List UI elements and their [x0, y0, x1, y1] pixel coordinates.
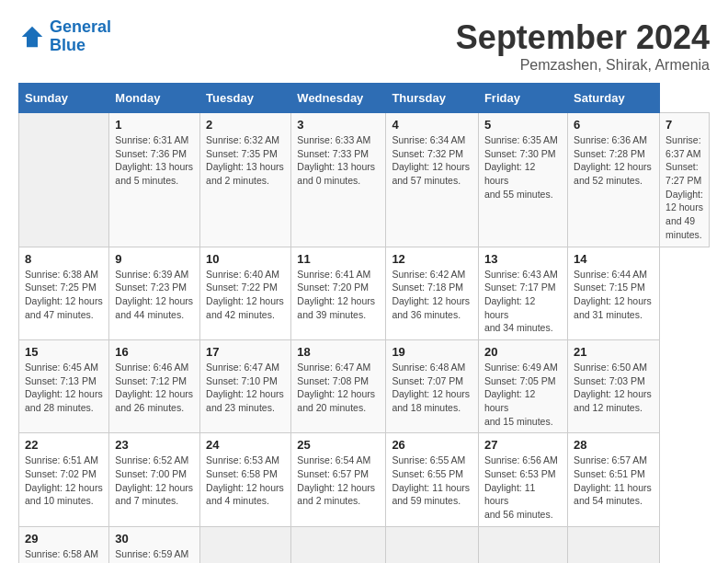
day-number: 19 [392, 345, 472, 359]
calendar-day-cell: 17Sunrise: 6:47 AM Sunset: 7:10 PM Dayli… [200, 339, 291, 432]
empty-cell [291, 526, 386, 563]
day-number: 30 [115, 532, 194, 546]
weekday-header-thursday: Thursday [386, 84, 479, 113]
day-info: Sunrise: 6:46 AM Sunset: 7:12 PM Dayligh… [115, 361, 194, 415]
logo-line1: General [50, 17, 111, 36]
day-info: Sunrise: 6:53 AM Sunset: 6:58 PM Dayligh… [206, 454, 285, 508]
day-info: Sunrise: 6:45 AM Sunset: 7:13 PM Dayligh… [25, 361, 103, 415]
calendar-day-cell: 25Sunrise: 6:54 AM Sunset: 6:57 PM Dayli… [291, 433, 386, 526]
calendar-body: 1Sunrise: 6:31 AM Sunset: 7:36 PM Daylig… [19, 113, 710, 564]
calendar-day-cell: 26Sunrise: 6:55 AM Sunset: 6:55 PM Dayli… [386, 433, 479, 526]
logo-line2: Blue [50, 36, 85, 54]
weekday-header-tuesday: Tuesday [200, 84, 291, 113]
calendar-day-cell: 27Sunrise: 6:56 AM Sunset: 6:53 PM Dayli… [478, 433, 567, 526]
calendar-day-cell: 22Sunrise: 6:51 AM Sunset: 7:02 PM Dayli… [19, 433, 109, 526]
calendar-day-cell: 21Sunrise: 6:50 AM Sunset: 7:03 PM Dayli… [568, 339, 660, 432]
day-number: 29 [25, 532, 103, 546]
empty-cell [568, 526, 660, 563]
day-number: 17 [206, 345, 285, 359]
weekday-header-saturday: Saturday [568, 84, 660, 113]
day-number: 7 [665, 118, 703, 132]
day-number: 13 [484, 252, 562, 266]
calendar-day-cell: 4Sunrise: 6:34 AM Sunset: 7:32 PM Daylig… [386, 113, 479, 247]
day-number: 20 [484, 345, 562, 359]
day-info: Sunrise: 6:33 AM Sunset: 7:33 PM Dayligh… [297, 133, 380, 188]
day-number: 1 [115, 118, 194, 132]
empty-cell [478, 526, 567, 563]
weekday-header-friday: Friday [478, 84, 567, 113]
calendar-week-row: 29Sunrise: 6:58 AM Sunset: 6:50 PM Dayli… [19, 526, 710, 563]
calendar-week-row: 8Sunrise: 6:38 AM Sunset: 7:25 PM Daylig… [19, 247, 710, 339]
calendar-day-cell: 18Sunrise: 6:47 AM Sunset: 7:08 PM Dayli… [291, 339, 386, 432]
day-number: 6 [574, 118, 654, 132]
location-subtitle: Pemzashen, Shirak, Armenia [456, 57, 710, 74]
day-info: Sunrise: 6:50 AM Sunset: 7:03 PM Dayligh… [574, 361, 654, 415]
weekday-header-monday: Monday [109, 84, 200, 113]
day-number: 9 [115, 252, 194, 266]
calendar-day-cell: 15Sunrise: 6:45 AM Sunset: 7:13 PM Dayli… [19, 339, 109, 432]
day-info: Sunrise: 6:39 AM Sunset: 7:23 PM Dayligh… [115, 268, 194, 322]
day-info: Sunrise: 6:42 AM Sunset: 7:18 PM Dayligh… [392, 268, 472, 322]
calendar-day-cell: 7Sunrise: 6:37 AM Sunset: 7:27 PM Daylig… [660, 113, 710, 247]
day-number: 28 [574, 438, 654, 452]
day-info: Sunrise: 6:34 AM Sunset: 7:32 PM Dayligh… [392, 133, 472, 188]
day-info: Sunrise: 6:32 AM Sunset: 7:35 PM Dayligh… [206, 133, 285, 188]
day-number: 23 [115, 438, 194, 452]
day-number: 14 [574, 252, 654, 266]
calendar-day-cell: 24Sunrise: 6:53 AM Sunset: 6:58 PM Dayli… [200, 433, 291, 526]
calendar-day-cell: 20Sunrise: 6:49 AM Sunset: 7:05 PM Dayli… [478, 339, 567, 432]
day-number: 26 [392, 438, 472, 452]
calendar-day-cell: 10Sunrise: 6:40 AM Sunset: 7:22 PM Dayli… [200, 247, 291, 339]
calendar-day-cell: 19Sunrise: 6:48 AM Sunset: 7:07 PM Dayli… [386, 339, 479, 432]
day-info: Sunrise: 6:37 AM Sunset: 7:27 PM Dayligh… [665, 133, 703, 242]
day-number: 15 [25, 345, 103, 359]
calendar-day-cell: 8Sunrise: 6:38 AM Sunset: 7:25 PM Daylig… [19, 247, 109, 339]
day-number: 12 [392, 252, 472, 266]
calendar-day-cell: 3Sunrise: 6:33 AM Sunset: 7:33 PM Daylig… [291, 113, 386, 247]
empty-cell [19, 113, 109, 247]
calendar-day-cell: 23Sunrise: 6:52 AM Sunset: 7:00 PM Dayli… [109, 433, 200, 526]
day-info: Sunrise: 6:41 AM Sunset: 7:20 PM Dayligh… [297, 268, 380, 322]
day-number: 24 [206, 438, 285, 452]
day-info: Sunrise: 6:38 AM Sunset: 7:25 PM Dayligh… [25, 268, 103, 322]
calendar-day-cell: 13Sunrise: 6:43 AM Sunset: 7:17 PM Dayli… [478, 247, 567, 339]
calendar-week-row: 15Sunrise: 6:45 AM Sunset: 7:13 PM Dayli… [19, 339, 710, 432]
calendar-day-cell: 2Sunrise: 6:32 AM Sunset: 7:35 PM Daylig… [200, 113, 291, 247]
svg-marker-0 [22, 27, 43, 48]
calendar-week-row: 1Sunrise: 6:31 AM Sunset: 7:36 PM Daylig… [19, 113, 710, 247]
day-number: 11 [297, 252, 380, 266]
page-header: General Blue September 2024 Pemzashen, S… [18, 18, 710, 74]
day-info: Sunrise: 6:31 AM Sunset: 7:36 PM Dayligh… [115, 133, 194, 188]
day-info: Sunrise: 6:44 AM Sunset: 7:15 PM Dayligh… [574, 268, 654, 322]
calendar-day-cell: 30Sunrise: 6:59 AM Sunset: 6:48 PM Dayli… [109, 526, 200, 563]
calendar-day-cell: 28Sunrise: 6:57 AM Sunset: 6:51 PM Dayli… [568, 433, 660, 526]
day-info: Sunrise: 6:51 AM Sunset: 7:02 PM Dayligh… [25, 454, 103, 508]
day-info: Sunrise: 6:47 AM Sunset: 7:10 PM Dayligh… [206, 361, 285, 415]
empty-cell [200, 526, 291, 563]
day-number: 22 [25, 438, 103, 452]
day-info: Sunrise: 6:58 AM Sunset: 6:50 PM Dayligh… [25, 547, 103, 563]
day-info: Sunrise: 6:52 AM Sunset: 7:00 PM Dayligh… [115, 454, 194, 508]
calendar-day-cell: 12Sunrise: 6:42 AM Sunset: 7:18 PM Dayli… [386, 247, 479, 339]
calendar-day-cell: 9Sunrise: 6:39 AM Sunset: 7:23 PM Daylig… [109, 247, 200, 339]
day-info: Sunrise: 6:54 AM Sunset: 6:57 PM Dayligh… [297, 454, 380, 508]
calendar-day-cell: 14Sunrise: 6:44 AM Sunset: 7:15 PM Dayli… [568, 247, 660, 339]
calendar-day-cell: 5Sunrise: 6:35 AM Sunset: 7:30 PM Daylig… [478, 113, 567, 247]
calendar-day-cell: 16Sunrise: 6:46 AM Sunset: 7:12 PM Dayli… [109, 339, 200, 432]
day-info: Sunrise: 6:40 AM Sunset: 7:22 PM Dayligh… [206, 268, 285, 322]
day-number: 27 [484, 438, 562, 452]
weekday-header-sunday: Sunday [19, 84, 109, 113]
day-info: Sunrise: 6:36 AM Sunset: 7:28 PM Dayligh… [574, 133, 654, 188]
weekday-row: SundayMondayTuesdayWednesdayThursdayFrid… [19, 84, 710, 113]
day-number: 8 [25, 252, 103, 266]
calendar-header: SundayMondayTuesdayWednesdayThursdayFrid… [19, 84, 710, 113]
day-number: 21 [574, 345, 654, 359]
day-number: 16 [115, 345, 194, 359]
day-info: Sunrise: 6:43 AM Sunset: 7:17 PM Dayligh… [484, 268, 562, 335]
day-info: Sunrise: 6:59 AM Sunset: 6:48 PM Dayligh… [115, 547, 194, 563]
logo: General Blue [18, 18, 111, 55]
calendar-table: SundayMondayTuesdayWednesdayThursdayFrid… [18, 83, 710, 563]
calendar-day-cell: 11Sunrise: 6:41 AM Sunset: 7:20 PM Dayli… [291, 247, 386, 339]
day-info: Sunrise: 6:55 AM Sunset: 6:55 PM Dayligh… [392, 454, 472, 508]
calendar-day-cell: 29Sunrise: 6:58 AM Sunset: 6:50 PM Dayli… [19, 526, 109, 563]
